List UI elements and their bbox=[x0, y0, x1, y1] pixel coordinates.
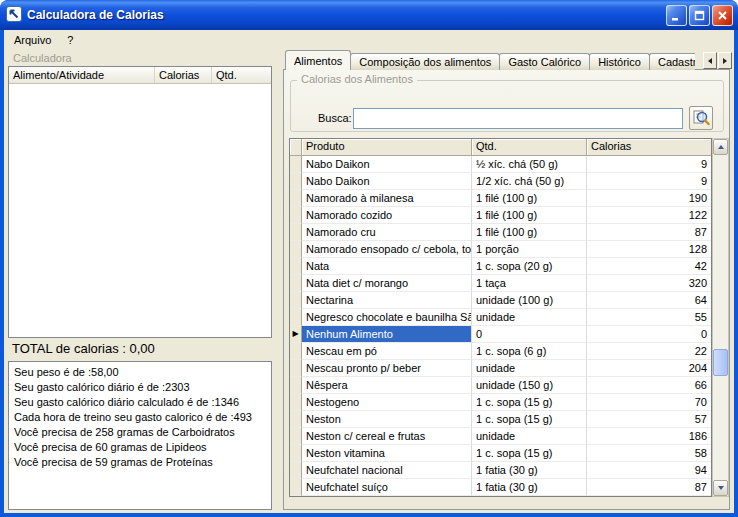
table-row[interactable]: Neston vitamina 1 c. sopa (15 g) 58 bbox=[290, 445, 711, 462]
cell-calorias[interactable]: 57 bbox=[587, 411, 711, 428]
cell-calorias[interactable]: 42 bbox=[587, 258, 711, 275]
cell-qtd[interactable]: 1 c. sopa (15 g) bbox=[472, 394, 587, 411]
cell-produto[interactable]: Namorado cozido bbox=[302, 207, 472, 224]
cell-produto[interactable]: Neston bbox=[302, 411, 472, 428]
tab-scroll-right-button[interactable] bbox=[718, 52, 732, 69]
cell-calorias[interactable]: 0 bbox=[587, 326, 711, 343]
cell-calorias[interactable]: 55 bbox=[587, 309, 711, 326]
cell-qtd[interactable]: ½ xíc. chá (50 g) bbox=[472, 156, 587, 173]
tab-gasto-calorico[interactable]: Gasto Calórico bbox=[499, 53, 590, 70]
tab-scroll-left-button[interactable] bbox=[703, 52, 717, 69]
table-row[interactable]: Nescau em pó 1 c. sopa (6 g) 22 bbox=[290, 343, 711, 360]
cell-calorias[interactable]: 64 bbox=[587, 292, 711, 309]
cell-qtd[interactable]: 1/2 xíc. chá (50 g) bbox=[472, 173, 587, 190]
cell-qtd[interactable]: 0 bbox=[472, 326, 587, 343]
column-header-qtd[interactable]: Qtd. bbox=[212, 67, 271, 83]
table-row[interactable]: Namorado cozido 1 filé (100 g) 122 bbox=[290, 207, 711, 224]
cell-produto[interactable]: Nenhum Alimento bbox=[302, 326, 472, 343]
table-row[interactable]: Nata diet c/ morango 1 taça 320 bbox=[290, 275, 711, 292]
column-header-alimento-atividade[interactable]: Alimento/Atividade bbox=[9, 67, 155, 83]
titlebar[interactable]: Calculadora de Calorias bbox=[0, 0, 738, 30]
cell-calorias[interactable]: 128 bbox=[587, 241, 711, 258]
table-row[interactable]: Nêspera unidade (150 g) 66 bbox=[290, 377, 711, 394]
calculadora-list[interactable]: Alimento/Atividade Calorias Qtd. bbox=[8, 66, 272, 338]
cell-calorias[interactable]: 94 bbox=[587, 462, 711, 479]
table-row[interactable]: Neufchatel suíço 1 fatia (30 g) 87 bbox=[290, 479, 711, 496]
search-input[interactable] bbox=[353, 108, 683, 129]
maximize-button[interactable] bbox=[689, 5, 710, 26]
close-button[interactable] bbox=[712, 5, 733, 26]
table-row[interactable]: Nabo Daikon 1/2 xíc. chá (50 g) 9 bbox=[290, 173, 711, 190]
cell-qtd[interactable]: 1 fatia (30 g) bbox=[472, 479, 587, 496]
cell-calorias[interactable]: 58 bbox=[587, 445, 711, 462]
table-row[interactable]: Nestogeno 1 c. sopa (15 g) 70 bbox=[290, 394, 711, 411]
cell-produto[interactable]: Negresco chocolate e baunilha São Lu bbox=[302, 309, 472, 326]
cell-produto[interactable]: Nata diet c/ morango bbox=[302, 275, 472, 292]
cell-calorias[interactable]: 122 bbox=[587, 207, 711, 224]
table-row[interactable]: Neufchatel nacional 1 fatia (30 g) 94 bbox=[290, 462, 711, 479]
cell-calorias[interactable]: 9 bbox=[587, 173, 711, 190]
cell-qtd[interactable]: unidade bbox=[472, 428, 587, 445]
table-row[interactable]: Namorado cru 1 filé (100 g) 87 bbox=[290, 224, 711, 241]
scrollbar-thumb[interactable] bbox=[713, 349, 728, 376]
cell-calorias[interactable]: 320 bbox=[587, 275, 711, 292]
tab-historico[interactable]: Histórico bbox=[589, 53, 650, 70]
cell-produto[interactable]: Neufchatel suíço bbox=[302, 479, 472, 496]
cell-produto[interactable]: Nescau pronto p/ beber bbox=[302, 360, 472, 377]
cell-qtd[interactable]: 1 filé (100 g) bbox=[472, 190, 587, 207]
column-header-qtd[interactable]: Qtd. bbox=[472, 139, 587, 156]
cell-qtd[interactable]: 1 filé (100 g) bbox=[472, 207, 587, 224]
scroll-up-button[interactable] bbox=[713, 139, 728, 155]
cell-qtd[interactable]: 1 c. sopa (15 g) bbox=[472, 411, 587, 428]
column-header-calorias[interactable]: Calorias bbox=[587, 139, 711, 156]
cell-produto[interactable]: Nectarina bbox=[302, 292, 472, 309]
vertical-scrollbar[interactable] bbox=[712, 138, 729, 497]
menu-help[interactable]: ? bbox=[59, 31, 81, 49]
cell-produto[interactable]: Neston vitamina bbox=[302, 445, 472, 462]
tab-cadastro[interactable]: Cadastr bbox=[649, 53, 695, 70]
table-row[interactable]: Neston c/ cereal e frutas unidade 186 bbox=[290, 428, 711, 445]
cell-qtd[interactable]: 1 fatia (30 g) bbox=[472, 462, 587, 479]
table-row[interactable]: Namorado à milanesa 1 filé (100 g) 190 bbox=[290, 190, 711, 207]
column-header-calorias[interactable]: Calorias bbox=[155, 67, 212, 83]
cell-produto[interactable]: Nabo Daikon bbox=[302, 156, 472, 173]
menu-arquivo[interactable]: Arquivo bbox=[6, 31, 59, 49]
cell-calorias[interactable]: 22 bbox=[587, 343, 711, 360]
cell-produto[interactable]: Namorado à milanesa bbox=[302, 190, 472, 207]
cell-qtd[interactable]: 1 filé (100 g) bbox=[472, 224, 587, 241]
cell-calorias[interactable]: 190 bbox=[587, 190, 711, 207]
cell-qtd[interactable]: 1 porção bbox=[472, 241, 587, 258]
cell-produto[interactable]: Neston c/ cereal e frutas bbox=[302, 428, 472, 445]
table-row[interactable]: Negresco chocolate e baunilha São Lu uni… bbox=[290, 309, 711, 326]
table-row[interactable]: Namorado ensopado c/ cebola, tomat 1 por… bbox=[290, 241, 711, 258]
column-header-produto[interactable]: Produto bbox=[302, 139, 472, 156]
cell-produto[interactable]: Nata bbox=[302, 258, 472, 275]
cell-produto[interactable]: Nescau em pó bbox=[302, 343, 472, 360]
cell-qtd[interactable]: unidade (150 g) bbox=[472, 377, 587, 394]
cell-qtd[interactable]: 1 c. sopa (6 g) bbox=[472, 343, 587, 360]
cell-qtd[interactable]: 1 taça bbox=[472, 275, 587, 292]
cell-calorias[interactable]: 87 bbox=[587, 224, 711, 241]
foods-table[interactable]: Produto Qtd. Calorias Nabo Daikon ½ xíc.… bbox=[289, 138, 712, 497]
table-row[interactable]: Nectarina unidade (100 g) 64 bbox=[290, 292, 711, 309]
cell-calorias[interactable]: 70 bbox=[587, 394, 711, 411]
scroll-down-button[interactable] bbox=[713, 480, 728, 496]
cell-qtd[interactable]: unidade bbox=[472, 309, 587, 326]
search-button[interactable] bbox=[689, 106, 713, 130]
cell-produto[interactable]: Nestogeno bbox=[302, 394, 472, 411]
cell-qtd[interactable]: unidade (100 g) bbox=[472, 292, 587, 309]
cell-calorias[interactable]: 204 bbox=[587, 360, 711, 377]
cell-produto[interactable]: Namorado cru bbox=[302, 224, 472, 241]
table-row[interactable]: Nabo Daikon ½ xíc. chá (50 g) 9 bbox=[290, 156, 711, 173]
tab-composicao[interactable]: Composição dos alimentos bbox=[350, 53, 500, 70]
cell-calorias[interactable]: 87 bbox=[587, 479, 711, 496]
cell-produto[interactable]: Namorado ensopado c/ cebola, tomat bbox=[302, 241, 472, 258]
cell-qtd[interactable]: unidade bbox=[472, 360, 587, 377]
table-row[interactable]: Nata 1 c. sopa (20 g) 42 bbox=[290, 258, 711, 275]
cell-qtd[interactable]: 1 c. sopa (15 g) bbox=[472, 445, 587, 462]
cell-calorias[interactable]: 9 bbox=[587, 156, 711, 173]
cell-produto[interactable]: Nêspera bbox=[302, 377, 472, 394]
cell-produto[interactable]: Nabo Daikon bbox=[302, 173, 472, 190]
minimize-button[interactable] bbox=[666, 5, 687, 26]
table-row[interactable]: ▶ Nenhum Alimento 0 0 bbox=[290, 326, 711, 343]
